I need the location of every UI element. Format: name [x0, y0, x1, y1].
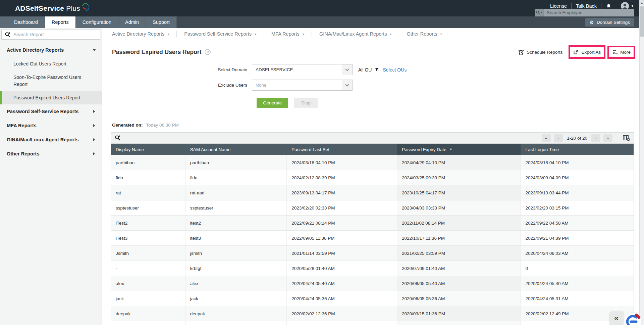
report-table: « ‹ 1-20 of 20 › » Display NameSAM Accou… — [111, 132, 634, 325]
table-row[interactable]: iTest3itest32022/09/05 11:36 PM2022/10/1… — [111, 231, 634, 246]
menu-item-password-self-service-reports[interactable]: Password Self-Service Reports▾ — [177, 31, 264, 37]
table-cell: 2019/09/30 12:00 AM — [397, 321, 521, 325]
license-link[interactable]: License — [550, 3, 567, 9]
table-row[interactable]: ssptestuserssptestuser2023/02/20 02:33 P… — [111, 200, 634, 216]
table-row[interactable]: -krbtgt2020/05/28 01:40 AM2020/07/09 01:… — [111, 261, 634, 276]
report-search-input[interactable]: Search Report — [1, 30, 100, 40]
table-cell: rat-aad — [185, 185, 287, 200]
more-button[interactable]: More — [612, 50, 631, 55]
tab-reports[interactable]: Reports — [45, 16, 76, 28]
table-cell: appuser3 — [111, 321, 185, 325]
table-row[interactable]: jackjack2020/04/24 05:36 AM2020/06/05 05… — [111, 291, 634, 306]
exclude-users-placeholder: None — [252, 83, 342, 88]
scrollbar-thumb[interactable] — [640, 6, 644, 37]
table-row[interactable]: ratrat-aad2023/09/13 04:17 PM2023/10/25 … — [111, 185, 634, 200]
tab-support[interactable]: Support — [146, 16, 177, 28]
stop-button[interactable]: Stop — [294, 98, 318, 108]
sidebar-item-locked-out-users-report[interactable]: Locked Out Users Report — [0, 57, 102, 71]
sidebar-section-mfa-reports[interactable]: MFA Reports — [0, 119, 102, 133]
table-row[interactable]: appuser3appuser32019/09/20 12:00 AM2019/… — [111, 321, 634, 325]
domain-settings-label: Domain Settings — [597, 20, 630, 25]
search-icon[interactable]: ▾ — [535, 9, 544, 16]
talk-back-link[interactable]: Talk Back — [576, 3, 597, 9]
table-row[interactable]: Jsmithjsmith2021/01/14 03:59 PM2021/02/2… — [111, 246, 634, 261]
chevron-down-icon[interactable] — [342, 80, 352, 90]
table-search-icon[interactable] — [115, 135, 121, 141]
table-cell: itest3 — [185, 231, 287, 245]
menu-item-mfa-reports[interactable]: MFA Reports▾ — [264, 31, 312, 37]
select-ous-link[interactable]: Select OUs — [383, 67, 407, 73]
table-cell: 2021/02/25 03:59 PM — [397, 246, 521, 261]
report-menu: Active Directory Reports▾Password Self-S… — [102, 28, 639, 40]
table-cell: jack — [111, 291, 185, 306]
table-row[interactable]: alexalex2020/04/24 05:40 AM2020/06/05 05… — [111, 276, 634, 291]
table-row[interactable]: fidofido2024/02/12 08:39 PM2024/03/25 09… — [111, 170, 634, 185]
export-as-button[interactable]: Export As — [573, 49, 601, 55]
table-cell: 2024/02/12 08:39 PM — [287, 170, 397, 185]
exclude-users-select[interactable]: None — [252, 80, 353, 91]
column-header-password-last-set[interactable]: Password Last Set — [287, 144, 397, 155]
table-header: Display NameSAM Account NamePassword Las… — [111, 144, 634, 155]
tab-dashboard[interactable]: Dashboard — [7, 16, 45, 28]
more-label: More — [620, 50, 631, 55]
table-cell: 2023/10/25 04:17 PM — [397, 185, 521, 200]
notification-bell-icon[interactable] — [606, 3, 611, 9]
sidebar-item-soon-to-expire-password-users-report[interactable]: Soon-To-Expire Password Users Report — [0, 71, 102, 91]
table-cell: 0 — [521, 261, 634, 276]
column-header-display-name[interactable]: Display Name — [111, 144, 185, 155]
employee-search-input[interactable]: ▾ Search Employee — [535, 9, 634, 16]
previous-page-button[interactable]: ‹ — [554, 134, 563, 142]
search-icon — [5, 32, 10, 38]
column-header-last-logon-time[interactable]: Last Logon Time — [521, 144, 634, 155]
table-cell: deepak — [111, 306, 185, 321]
collapse-widget-button[interactable]: « — [609, 312, 623, 325]
column-chooser-icon[interactable] — [618, 135, 630, 141]
table-row[interactable]: iTest2itest22022/09/21 08:14 PM2022/11/0… — [111, 216, 634, 231]
sidebar-section-other-reports[interactable]: Other Reports — [0, 147, 102, 161]
all-ou-control[interactable]: All OU — [358, 67, 379, 73]
sidebar-item-password-expired-users-report[interactable]: Password Expired Users Report — [0, 91, 102, 104]
menu-item-active-directory-reports[interactable]: Active Directory Reports▾ — [105, 31, 176, 37]
chevron-down-icon: ▾ — [167, 32, 169, 36]
column-header-password-expiry-date[interactable]: Password Expiry Date▼ — [397, 144, 521, 155]
sidebar-section-active-directory-reports[interactable]: Active Directory Reports — [0, 43, 102, 57]
main-content: Password Expired Users Report ? Schedule… — [102, 40, 639, 325]
column-header-sam-account-name[interactable]: SAM Account Name — [185, 144, 287, 155]
table-cell: 2020/04/24 06:03 AM — [521, 246, 634, 261]
last-page-button[interactable]: » — [603, 134, 612, 142]
generate-button[interactable]: Generate — [257, 98, 288, 108]
logo-swirl-icon — [81, 2, 89, 11]
chevron-down-icon: ▾ — [440, 32, 442, 36]
support-chat-logo-icon[interactable] — [623, 312, 642, 325]
table-cell: 2024/03/18 04:10 PM — [287, 155, 397, 170]
tab-admin[interactable]: Admin — [118, 16, 146, 28]
more-highlight-box: More — [607, 46, 635, 59]
scroll-up-arrow-icon[interactable]: ▲ — [640, 0, 644, 5]
table-row[interactable]: parthibanparthiban2024/03/18 04:10 PM202… — [111, 155, 634, 170]
domain-select[interactable]: ADSELFSERVICE — [252, 64, 353, 75]
tab-configuration[interactable]: Configuration — [76, 16, 118, 28]
table-cell: fido — [111, 170, 185, 185]
sidebar-sections: Active Directory ReportsLocked Out Users… — [0, 43, 102, 161]
chevron-down-icon: ▼ — [631, 4, 634, 8]
table-cell: alex — [185, 276, 287, 291]
table-cell: 2019/09/20 12:00 AM — [287, 321, 397, 325]
sidebar-section-gina-mac-linux-agent-reports[interactable]: GINA/Mac/Linux Agent Reports — [0, 133, 102, 147]
table-cell: 2022/11/02 08:14 PM — [397, 216, 521, 230]
table-row[interactable]: deepakdeepak2020/02/02 12:36 PM2020/03/1… — [111, 306, 634, 321]
table-cell: 2024/03/25 09:39 PM — [397, 170, 521, 185]
menu-item-other-reports[interactable]: Other Reports▾ — [399, 31, 449, 37]
table-cell: 2020/03/15 01:36 PM — [397, 306, 521, 321]
next-page-button[interactable]: › — [591, 134, 600, 142]
help-icon[interactable]: ? — [205, 49, 211, 55]
menu-item-gina-mac-linux-agent-reports[interactable]: GINA/Mac/Linux Agent Reports▾ — [312, 31, 399, 37]
chevron-down-icon[interactable] — [342, 64, 352, 75]
first-page-button[interactable]: « — [542, 134, 551, 142]
filter-funnel-icon[interactable] — [375, 67, 379, 72]
sidebar-section-password-self-service-reports[interactable]: Password Self-Service Reports — [0, 104, 102, 119]
schedule-reports-button[interactable]: Schedule Reports — [518, 49, 562, 55]
page-scrollbar[interactable]: ▲ — [639, 0, 644, 325]
table-cell: deepak — [185, 306, 287, 321]
domain-settings-button[interactable]: ⚙ Domain Settings — [585, 18, 634, 27]
table-cell: 2020/02/02 12:36 PM — [287, 306, 397, 321]
